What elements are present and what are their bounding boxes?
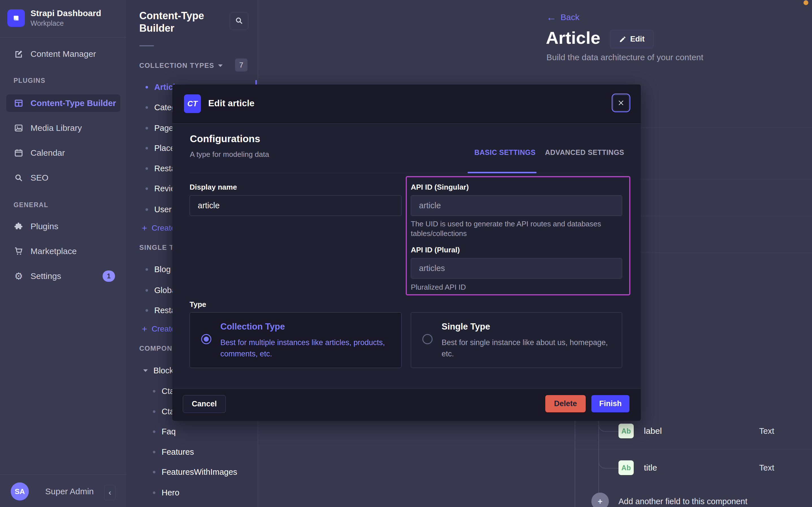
content-manager-icon <box>13 49 24 59</box>
content-type-badge: CT <box>184 94 201 113</box>
api-id-plural-hint: Pluralized API ID <box>411 282 603 292</box>
chevron-down-icon <box>143 370 148 372</box>
sidebar-collapse-button[interactable]: ‹ <box>104 485 116 500</box>
single-type-card[interactable]: Single Type Best for single instance lik… <box>411 312 622 368</box>
finish-button[interactable]: Finish <box>591 395 629 412</box>
collection-type-label: Place <box>154 144 175 153</box>
sidebar-item-settings[interactable]: ⚙ Settings 1 <box>0 267 126 285</box>
configurations-subtitle: A type for modeling data <box>190 150 269 159</box>
bullet-icon <box>145 127 148 129</box>
sidebar-item-media-library[interactable]: Media Library <box>0 119 126 137</box>
app-subtitle: Workplace <box>30 19 101 27</box>
cart-icon <box>13 246 24 256</box>
bullet-icon <box>153 410 155 413</box>
workspace-header[interactable]: Strapi Dashboard Workplace <box>7 8 101 27</box>
panel-title: Content-Type Builder <box>139 10 204 35</box>
pencil-icon <box>619 36 626 43</box>
sidebar-item-calendar[interactable]: Calendar <box>0 144 126 162</box>
sidebar-item-seo[interactable]: SEO <box>0 169 126 186</box>
chevron-down-icon <box>218 64 223 67</box>
field-name: title <box>644 463 657 472</box>
panel-search-button[interactable] <box>230 12 248 30</box>
chevron-left-icon: ‹ <box>109 488 111 497</box>
bullet-icon <box>145 268 148 271</box>
display-name-label: Display name <box>190 183 237 191</box>
component-label: Faq <box>162 427 176 436</box>
user-name: Super Admin <box>45 487 94 496</box>
back-label: Back <box>561 12 579 22</box>
recording-indicator-dot <box>804 0 808 5</box>
active-tab-underline <box>467 172 537 173</box>
tab-basic-settings[interactable]: BASIC SETTINGS <box>475 148 536 157</box>
api-id-singular-label: API ID (Singular) <box>411 183 469 191</box>
add-field-to-component-label: Add another field to this component <box>618 497 747 506</box>
single-card-desc: Best for single instance like about us, … <box>442 337 611 359</box>
modal-title: Edit article <box>208 98 255 109</box>
plus-icon: + <box>142 324 147 334</box>
api-id-singular-input[interactable] <box>411 195 622 216</box>
sidebar-item-content-manager[interactable]: Content Manager <box>0 45 126 63</box>
sidebar-item-label: Calendar <box>30 148 65 158</box>
collection-types-header[interactable]: COLLECTION TYPES <box>139 62 223 69</box>
sidebar-item-plugins[interactable]: Plugins <box>0 218 126 235</box>
component-features[interactable]: Features <box>126 446 258 458</box>
display-name-input[interactable] <box>190 195 401 216</box>
component-label: Hero <box>162 488 179 497</box>
sidebar-item-content-type-builder[interactable]: Content-Type Builder <box>6 94 120 112</box>
sidebar-section-plugins: PLUGINS <box>13 77 46 84</box>
table-row-title[interactable]: Ab title Text <box>618 459 657 476</box>
radio-selected-icon[interactable] <box>201 334 211 344</box>
field-name: label <box>644 426 662 436</box>
strapi-app: Strapi Dashboard Workplace Content Manag… <box>0 0 812 507</box>
modal-footer: Cancel Delete Finish <box>172 389 641 421</box>
sidebar-divider <box>0 37 126 38</box>
bullet-icon <box>153 431 155 433</box>
component-label: FeaturesWithImages <box>162 467 237 477</box>
collection-type-card[interactable]: Collection Type Best for multiple instan… <box>190 312 401 368</box>
text-field-type-icon: Ab <box>618 424 634 438</box>
image-icon <box>13 123 24 133</box>
puzzle-icon <box>13 221 24 231</box>
api-id-plural-input[interactable] <box>411 258 622 279</box>
plus-icon: + <box>142 223 147 233</box>
sidebar-footer-divider <box>0 474 126 474</box>
bullet-icon <box>153 451 155 453</box>
sidebar-item-label: SEO <box>30 173 48 182</box>
back-link[interactable]: ← Back <box>547 11 579 23</box>
cancel-button[interactable]: Cancel <box>183 395 226 413</box>
table-row-label[interactable]: Ab label Text <box>618 422 662 440</box>
api-id-plural-label: API ID (Plural) <box>411 245 460 255</box>
grid-icon <box>13 98 24 108</box>
bullet-icon <box>145 187 148 190</box>
page-title: Article <box>546 28 601 48</box>
field-type: Text <box>759 427 774 436</box>
single-type-label: Blog <box>154 265 171 274</box>
gear-icon: ⚙ <box>13 271 24 281</box>
bullet-icon <box>145 106 148 109</box>
tab-advanced-settings[interactable]: ADVANCED SETTINGS <box>545 148 624 157</box>
component-featureswithimages[interactable]: FeaturesWithImages <box>126 466 258 478</box>
calendar-icon <box>13 148 24 158</box>
bullet-icon <box>145 147 148 150</box>
sidebar-item-label: Marketplace <box>30 246 76 256</box>
close-button[interactable] <box>613 95 629 111</box>
single-card-title: Single Type <box>442 322 490 332</box>
bullet-icon <box>145 309 148 312</box>
user-avatar[interactable]: SA <box>11 483 29 501</box>
sidebar-item-marketplace[interactable]: Marketplace <box>0 242 126 260</box>
component-faq[interactable]: Faq <box>126 425 258 438</box>
api-id-singular-hint: The UID is used to generate the API rout… <box>411 219 603 238</box>
radio-unselected-icon[interactable] <box>422 334 433 344</box>
edit-button[interactable]: Edit <box>610 30 653 48</box>
strapi-logo-icon <box>7 9 25 27</box>
collection-type-label: Page <box>154 123 174 133</box>
settings-notification-badge: 1 <box>103 271 115 282</box>
component-hero[interactable]: Hero <box>126 486 258 499</box>
bullet-icon <box>145 86 148 89</box>
plus-circle-icon: + <box>591 493 609 507</box>
collection-card-title: Collection Type <box>221 322 285 332</box>
delete-button[interactable]: Delete <box>545 395 586 412</box>
sidebar-item-label: Settings <box>30 271 61 281</box>
add-field-to-component-button[interactable]: + Add another field to this component <box>591 493 747 507</box>
modal-header: CT Edit article <box>172 84 641 123</box>
